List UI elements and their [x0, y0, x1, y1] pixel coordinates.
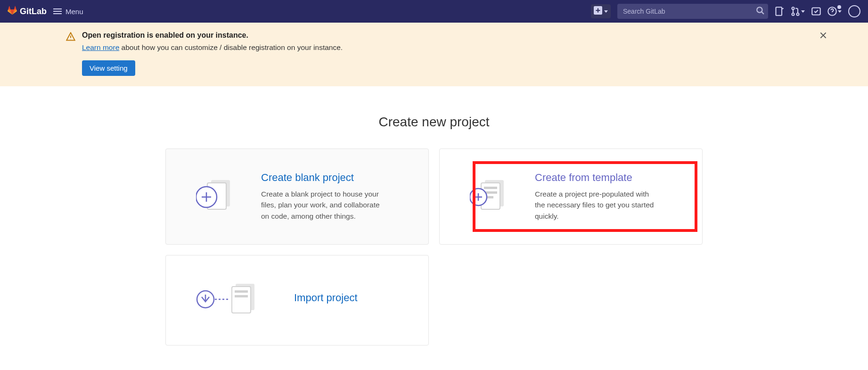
import-project-icon: [196, 278, 271, 322]
search-input[interactable]: [617, 4, 768, 19]
create-new-dropdown[interactable]: [591, 4, 611, 18]
menu-button[interactable]: Menu: [53, 8, 83, 16]
alert-close-button[interactable]: [819, 31, 827, 42]
svg-rect-2: [776, 7, 782, 16]
navbar-right: [591, 4, 860, 19]
chevron-down-icon: [604, 10, 608, 13]
alert-text: Learn more about how you can customize /…: [82, 43, 343, 52]
svg-rect-20: [235, 290, 248, 293]
import-project-card[interactable]: Import project: [165, 255, 429, 345]
user-avatar[interactable]: [848, 5, 860, 17]
merge-requests-icon[interactable]: [791, 7, 805, 16]
svg-rect-13: [484, 187, 497, 189]
import-title: Import project: [294, 292, 358, 304]
alert-title: Open registration is enabled on your ins…: [82, 31, 343, 40]
alert-desc-rest: about how you can customize / disable re…: [119, 43, 343, 51]
svg-point-1: [757, 7, 762, 12]
svg-point-3: [792, 7, 794, 9]
brand-text: GitLab: [20, 7, 47, 16]
search-icon[interactable]: [756, 6, 764, 16]
create-from-template-card[interactable]: Create from template Create a project pr…: [439, 148, 703, 245]
hamburger-icon: [53, 11, 62, 12]
warning-icon: [66, 32, 75, 43]
registration-alert: Open registration is enabled on your ins…: [0, 23, 868, 86]
create-blank-project-card[interactable]: Create blank project Create a blank proj…: [165, 148, 429, 245]
template-icon: [470, 174, 512, 219]
blank-project-icon: [196, 174, 238, 219]
navbar-left: GitLab Menu: [8, 6, 83, 17]
template-title: Create from template: [535, 172, 657, 184]
chevron-down-icon: [801, 10, 805, 13]
gitlab-logo[interactable]: GitLab: [8, 6, 47, 17]
card-text: Create from template Create a project pr…: [535, 172, 657, 222]
search-wrap: [617, 4, 768, 19]
template-desc: Create a project pre-populated with the …: [535, 189, 657, 222]
notification-dot-icon: [837, 5, 841, 9]
svg-point-4: [792, 13, 794, 16]
card-text: Create blank project Create a blank proj…: [261, 172, 384, 222]
top-navbar: GitLab Menu: [0, 0, 868, 23]
card-text: Import project: [294, 292, 358, 309]
alert-body: Open registration is enabled on your ins…: [82, 31, 343, 76]
help-dropdown[interactable]: [827, 7, 842, 16]
issues-icon[interactable]: [775, 7, 784, 16]
gitlab-tanuki-icon: [8, 6, 17, 17]
learn-more-link[interactable]: Learn more: [82, 43, 119, 51]
plus-icon: [594, 6, 602, 16]
menu-label: Menu: [66, 8, 83, 16]
project-option-cards: Create blank project Create a blank proj…: [165, 148, 703, 345]
view-setting-button[interactable]: View setting: [82, 60, 135, 76]
blank-project-title: Create blank project: [261, 172, 384, 184]
svg-point-5: [797, 13, 799, 16]
main-content: Create new project Create blank project …: [104, 86, 764, 364]
page-title: Create new project: [165, 115, 703, 130]
todos-icon[interactable]: [811, 7, 821, 16]
svg-rect-21: [235, 295, 248, 297]
chevron-down-icon: [838, 10, 842, 13]
blank-project-desc: Create a blank project to house your fil…: [261, 189, 384, 222]
